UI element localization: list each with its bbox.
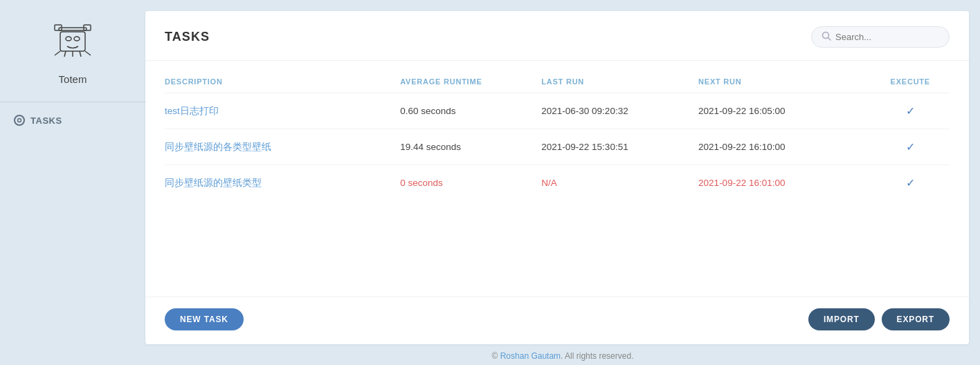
- search-input[interactable]: [835, 32, 939, 42]
- svg-line-13: [828, 38, 831, 41]
- totem-logo-icon: [45, 14, 100, 69]
- sidebar: Totem TASKS: [0, 0, 145, 365]
- sidebar-nav: TASKS: [0, 108, 145, 133]
- page-title: TASKS: [165, 30, 210, 44]
- search-box[interactable]: [811, 26, 950, 48]
- task-avg-runtime-1: 19.44 seconds: [400, 129, 541, 165]
- task-avg-runtime-0: 0.60 seconds: [400, 93, 541, 129]
- sidebar-divider: [0, 102, 145, 102]
- task-description-2[interactable]: 同步壁纸源的壁纸类型: [165, 165, 400, 201]
- table-row: 同步壁纸源的壁纸类型 0 seconds N/A 2021-09-22 16:0…: [165, 165, 950, 201]
- table-header: DESCRIPTION AVERAGE RUNTIME LAST RUN NEX…: [165, 68, 950, 93]
- new-task-button[interactable]: NEW TASK: [165, 308, 244, 330]
- svg-line-10: [80, 51, 81, 57]
- page-footer: © Roshan Gautam. All rights reserved.: [145, 344, 980, 365]
- task-description-1[interactable]: 同步壁纸源的各类型壁纸: [165, 129, 400, 165]
- execute-check-icon-2[interactable]: ✓: [906, 177, 915, 189]
- content-card: TASKS DESCRIPTION AVERAGE RUNTIME: [145, 11, 969, 344]
- card-header: TASKS: [145, 11, 969, 61]
- col-header-execute: EXECUTE: [871, 68, 950, 93]
- task-last-run-2: N/A: [541, 165, 698, 201]
- sidebar-item-tasks[interactable]: TASKS: [0, 108, 145, 133]
- execute-check-icon-0[interactable]: ✓: [906, 105, 915, 117]
- card-footer: NEW TASK IMPORT EXPORT: [145, 297, 969, 344]
- sidebar-logo-label: Totem: [59, 73, 87, 85]
- execute-check-icon-1[interactable]: ✓: [906, 141, 915, 153]
- main-content: TASKS DESCRIPTION AVERAGE RUNTIME: [145, 0, 980, 365]
- tasks-table-wrap: DESCRIPTION AVERAGE RUNTIME LAST RUN NEX…: [145, 61, 969, 297]
- task-execute-0[interactable]: ✓: [871, 93, 950, 129]
- svg-point-4: [66, 37, 71, 41]
- footer-right-buttons: IMPORT EXPORT: [808, 308, 950, 330]
- sidebar-logo: Totem: [45, 14, 100, 85]
- col-header-last-run: LAST RUN: [541, 68, 698, 93]
- tasks-tbody: test日志打印 0.60 seconds 2021-06-30 09:20:3…: [165, 93, 950, 201]
- tasks-table: DESCRIPTION AVERAGE RUNTIME LAST RUN NEX…: [165, 68, 950, 200]
- task-last-run-1: 2021-09-22 15:30:51: [541, 129, 698, 165]
- tasks-nav-icon: [14, 115, 25, 126]
- task-execute-2[interactable]: ✓: [871, 165, 950, 201]
- task-avg-runtime-2: 0 seconds: [400, 165, 541, 201]
- svg-line-6: [55, 51, 60, 55]
- sidebar-item-tasks-label: TASKS: [30, 115, 62, 126]
- task-last-run-0: 2021-06-30 09:20:32: [541, 93, 698, 129]
- search-icon: [822, 31, 831, 43]
- svg-line-8: [64, 51, 66, 57]
- import-button[interactable]: IMPORT: [808, 308, 875, 330]
- footer-link[interactable]: Roshan Gautam: [500, 351, 561, 361]
- col-header-description: DESCRIPTION: [165, 68, 400, 93]
- svg-point-5: [74, 37, 80, 41]
- export-button[interactable]: EXPORT: [882, 308, 950, 330]
- task-next-run-2: 2021-09-22 16:01:00: [698, 165, 871, 201]
- svg-rect-0: [59, 28, 87, 30]
- task-next-run-0: 2021-09-22 16:05:00: [698, 93, 871, 129]
- task-next-run-1: 2021-09-22 16:10:00: [698, 129, 871, 165]
- table-row: 同步壁纸源的各类型壁纸 19.44 seconds 2021-09-22 15:…: [165, 129, 950, 165]
- task-execute-1[interactable]: ✓: [871, 129, 950, 165]
- table-row: test日志打印 0.60 seconds 2021-06-30 09:20:3…: [165, 93, 950, 129]
- col-header-avg-runtime: AVERAGE RUNTIME: [400, 68, 541, 93]
- task-description-0[interactable]: test日志打印: [165, 93, 400, 129]
- svg-point-11: [18, 119, 21, 122]
- svg-line-7: [85, 51, 91, 55]
- col-header-next-run: NEXT RUN: [698, 68, 871, 93]
